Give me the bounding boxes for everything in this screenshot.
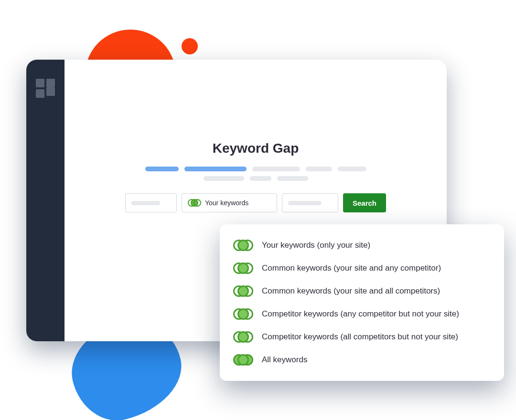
venn-icon <box>233 261 253 276</box>
venn-icon <box>233 284 253 299</box>
keyword-type-select[interactable]: Your keywords <box>182 193 277 212</box>
keyword-type-label: Your keywords <box>205 199 248 207</box>
domain-input[interactable] <box>125 193 177 212</box>
sidebar <box>26 60 64 341</box>
venn-icon <box>188 199 201 207</box>
keyword-type-dropdown: Your keywords (only your site) Common ke… <box>220 224 504 381</box>
option-competitor-any[interactable]: Competitor keywords (any competitor but … <box>233 306 491 322</box>
option-label: Common keywords (your site and any compe… <box>262 263 441 273</box>
option-label: Competitor keywords (all competitors but… <box>262 332 458 342</box>
database-select[interactable] <box>282 193 338 212</box>
venn-icon <box>233 329 253 345</box>
option-label: Your keywords (only your site) <box>262 241 370 250</box>
option-label: Common keywords (your site and all compe… <box>262 286 440 296</box>
venn-icon <box>233 306 253 322</box>
skeleton-placeholder <box>145 167 366 181</box>
venn-icon <box>233 352 253 368</box>
decor-blob-orange-small <box>182 38 198 54</box>
option-label: Competitor keywords (any competitor but … <box>262 309 459 319</box>
option-label: All keywords <box>262 355 307 365</box>
option-your-keywords[interactable]: Your keywords (only your site) <box>233 238 491 253</box>
page-title: Keyword Gap <box>213 141 299 156</box>
option-all-keywords[interactable]: All keywords <box>233 352 491 368</box>
venn-icon <box>233 238 253 253</box>
app-logo-icon <box>36 79 55 98</box>
option-common-any[interactable]: Common keywords (your site and any compe… <box>233 261 491 276</box>
search-button[interactable]: Search <box>343 193 386 212</box>
option-common-all[interactable]: Common keywords (your site and all compe… <box>233 284 491 299</box>
option-competitor-all[interactable]: Competitor keywords (all competitors but… <box>233 329 491 345</box>
search-row: Your keywords Search <box>125 193 386 212</box>
